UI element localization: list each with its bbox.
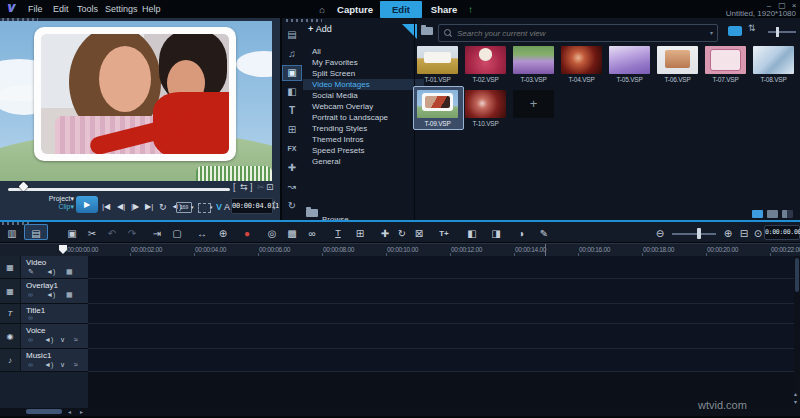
template-item[interactable]: T-05.VSP [609,46,650,83]
template-item[interactable]: T-07.VSP [705,46,746,83]
panel-drag-handle[interactable] [286,19,322,22]
timeline-timecode[interactable]: 0:00:00.000 [764,225,800,240]
timeline-zoom-thumb[interactable] [697,228,701,239]
template-item[interactable]: T-01.VSP [417,46,458,83]
menu-tools[interactable]: Tools [77,4,98,14]
subtitle-icon[interactable]: T [330,226,346,241]
category-split-screen[interactable]: Split Screen [303,68,424,79]
track-mute-icon[interactable]: ◄) [44,360,53,370]
speed-library-icon[interactable]: ↻ [282,198,302,214]
previous-frame-button[interactable]: ◀| [117,199,125,215]
category-themed-intros[interactable]: Themed Intros [303,134,424,145]
add-template-tile[interactable]: + [513,90,554,118]
thumbnail-zoom-slider[interactable] [768,31,796,33]
track-link-icon[interactable]: ∞ [28,335,33,345]
clip-mode-button[interactable]: Clip▾ [30,203,74,211]
thumbnail-zoom-thumb[interactable] [776,27,779,37]
enlarge-caret-icon[interactable]: ▾ [210,199,213,215]
mask-icon[interactable]: ✚ [377,226,393,241]
play-button[interactable]: ▶ [76,196,98,213]
music-track-lane[interactable] [88,349,794,372]
scroll-down-arrow[interactable]: ▾ [794,398,797,406]
timeline-view-icon[interactable]: ▤ [28,226,44,241]
track-link-icon[interactable]: ∞ [28,360,33,370]
timeline-zoom-slider[interactable] [672,233,716,235]
resize-icon[interactable]: ⊠ [411,226,427,241]
smart-display-icon[interactable] [728,26,742,36]
track-link-icon[interactable]: ∞ [28,313,33,323]
track-header-video[interactable]: ▦ Video ✎ ◄) ▦ [0,256,88,279]
scroll-up-arrow[interactable]: ▴ [794,390,797,398]
track-mask-icon[interactable]: ▦ [66,290,73,300]
search-caret-icon[interactable]: ▾ [710,29,713,36]
link-icon[interactable]: ∞ [304,226,320,241]
horizontal-scrollbar[interactable]: ◂ ▸ [0,408,800,416]
repeat-button[interactable]: ↻ [159,199,167,215]
subtitle-editor-icon[interactable]: T+ [436,226,452,241]
playhead-grip[interactable] [59,245,67,254]
trim-icon[interactable]: ⇥ [149,226,165,241]
transitions-library-icon[interactable]: ◧ [282,84,302,100]
motion-library-icon[interactable]: ↝ [282,179,302,195]
filters-library-icon[interactable]: FX [282,141,302,157]
category-video-montages[interactable]: Video Montages [303,79,424,90]
vertical-scroll-thumb[interactable] [795,258,799,292]
template-thumbnail[interactable] [753,46,794,74]
menu-file[interactable]: File [28,4,43,14]
scroll-left-arrow[interactable]: ◂ [68,408,71,416]
tab-share[interactable]: Share [424,1,464,18]
track-header-title1[interactable]: T Title1 ∞ [0,304,88,324]
template-thumbnail[interactable] [465,46,506,74]
storyboard-view-icon[interactable]: ▥ [4,226,20,241]
split-clip-icon[interactable]: ✂ [257,182,265,192]
ripple-edit-icon[interactable]: ↔ [194,226,210,241]
motion-tracking-icon[interactable]: ◎ [264,226,280,241]
vertical-scrollbar[interactable]: ▴ ▾ [794,256,800,408]
preview-video[interactable] [0,21,272,181]
track-header-overlay1[interactable]: ▦ Overlay1 ∞ ◄) ▦ [0,279,88,304]
trim-icon[interactable]: ⇆ [240,182,248,192]
category-all[interactable]: All [303,46,424,57]
add-category-button[interactable]: + Add [308,24,332,34]
menu-settings[interactable]: Settings [105,4,138,14]
title-track-lane[interactable] [88,304,794,324]
category-general[interactable]: General [303,156,424,167]
audio-library-icon[interactable]: ♫ [282,46,302,62]
template-item[interactable]: T-04.VSP [561,46,602,83]
category-speed-presets[interactable]: Speed Presets [303,145,424,156]
category-webcam-overlay[interactable]: Webcam Overlay [303,101,424,112]
search-input[interactable] [455,26,699,40]
template-thumbnail[interactable] [705,46,746,74]
search-box[interactable]: ▾ [438,24,718,42]
category-portrait-to-landscape[interactable]: Portrait to Landscape [303,112,424,123]
effects-library-icon[interactable]: ✚ [282,160,302,176]
template-thumbnail[interactable] [513,46,554,74]
templates-library-icon[interactable]: ▣ [282,65,302,81]
go-to-start-button[interactable]: |◀ [102,199,110,215]
media-library-icon[interactable]: ▤ [282,27,302,43]
scroll-right-arrow[interactable]: ▸ [80,408,83,416]
sort-icon[interactable]: ⇅ [748,23,756,33]
zoom-out-icon[interactable]: ⊖ [652,226,668,241]
redo-icon[interactable]: ↷ [124,226,140,241]
video-track-lane[interactable] [88,256,794,279]
multicam-icon[interactable]: ◧ [464,226,480,241]
track-collapse-icon[interactable]: ∨ [60,335,65,345]
track-header-music1[interactable]: ♪ Music1 ∞ ◄) ∨ ≈ [0,349,88,372]
voice-track-lane[interactable] [88,324,794,349]
track-header-voice[interactable]: ◉ Voice ∞ ◄) ∨ ≈ [0,324,88,349]
display-size-icon[interactable]: ▢ [169,226,185,241]
template-thumbnail[interactable] [417,90,458,118]
split-icon[interactable]: ✂ [84,226,100,241]
loop-icon[interactable]: ↻ [394,226,410,241]
transform-icon[interactable]: ⊕ [215,226,231,241]
template-thumbnail[interactable] [657,46,698,74]
mark-in-bracket-icon[interactable]: [ [233,182,236,192]
color-grading-icon[interactable]: ◑ [513,226,529,241]
preview-timecode[interactable]: 00:00:04.011 [231,198,273,214]
timecode-spin-up[interactable]: ▴ [273,199,276,204]
list-view-icon[interactable] [752,210,763,218]
category-my-favorites[interactable]: My Favorites [303,57,424,68]
collage-icon[interactable]: ▩ [284,226,300,241]
zoom-in-icon[interactable]: ⊕ [720,226,736,241]
